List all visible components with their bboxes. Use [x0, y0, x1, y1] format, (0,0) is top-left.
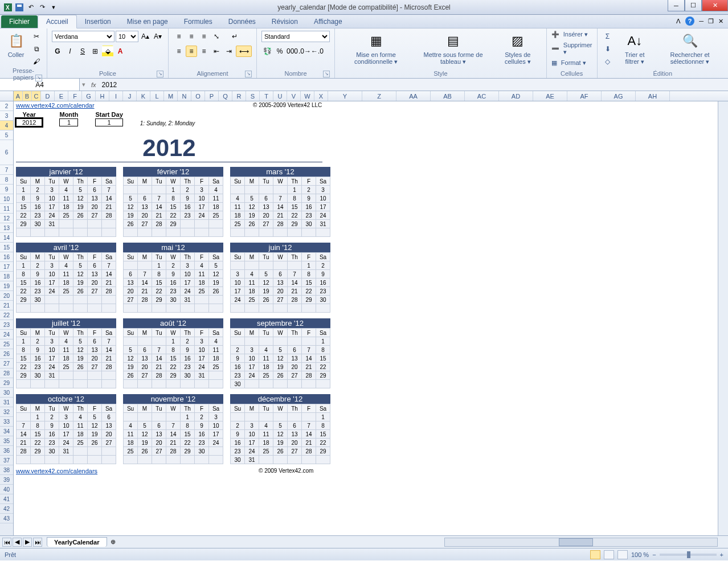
- day-cell[interactable]: 11: [195, 270, 209, 279]
- day-cell[interactable]: 2: [231, 421, 245, 430]
- day-cell[interactable]: 11: [73, 421, 88, 430]
- day-cell[interactable]: [288, 304, 302, 313]
- day-cell[interactable]: 29: [288, 220, 302, 228]
- day-cell[interactable]: 15: [166, 354, 181, 363]
- day-cell[interactable]: 4: [124, 421, 138, 430]
- day-cell[interactable]: 22: [31, 439, 45, 447]
- day-cell[interactable]: [124, 228, 138, 237]
- day-cell[interactable]: 25: [195, 287, 209, 296]
- day-cell[interactable]: 23: [166, 287, 181, 296]
- day-cell[interactable]: [73, 296, 88, 304]
- day-cell[interactable]: [288, 456, 302, 464]
- day-cell[interactable]: 24: [59, 439, 73, 447]
- day-cell[interactable]: [273, 456, 288, 464]
- day-cell[interactable]: [245, 380, 259, 388]
- day-cell[interactable]: 4: [259, 421, 273, 430]
- day-cell[interactable]: [31, 456, 45, 464]
- day-cell[interactable]: 6: [259, 194, 273, 203]
- day-cell[interactable]: [88, 220, 102, 228]
- day-cell[interactable]: 10: [59, 421, 73, 430]
- day-cell[interactable]: 14: [102, 194, 116, 203]
- day-cell[interactable]: 30: [316, 296, 330, 304]
- day-cell[interactable]: 10: [245, 354, 259, 363]
- day-cell[interactable]: 26: [73, 211, 88, 220]
- day-cell[interactable]: [138, 380, 152, 388]
- day-cell[interactable]: 29: [166, 220, 181, 228]
- day-cell[interactable]: 22: [17, 211, 31, 220]
- day-cell[interactable]: 6: [88, 261, 102, 270]
- find-select-button[interactable]: 🔍Rechercher et sélectionner ▾: [656, 31, 723, 66]
- sheet-nav-prev-icon[interactable]: ◀: [13, 538, 22, 547]
- day-cell[interactable]: 28: [152, 220, 166, 228]
- day-cell[interactable]: 30: [302, 220, 316, 228]
- day-cell[interactable]: [231, 413, 245, 421]
- day-cell[interactable]: [59, 371, 73, 380]
- row-header-28[interactable]: 28: [0, 368, 13, 378]
- row-header-8[interactable]: 8: [0, 175, 13, 185]
- maximize-button[interactable]: ☐: [685, 0, 702, 11]
- day-cell[interactable]: 3: [231, 270, 245, 279]
- day-cell[interactable]: 26: [245, 220, 259, 228]
- day-cell[interactable]: 4: [245, 270, 259, 279]
- row-header-4[interactable]: 4: [0, 121, 13, 130]
- day-cell[interactable]: 13: [88, 346, 102, 354]
- day-cell[interactable]: 26: [124, 220, 138, 228]
- day-cell[interactable]: 25: [59, 363, 73, 371]
- day-cell[interactable]: [195, 220, 209, 228]
- day-cell[interactable]: 20: [138, 363, 152, 371]
- day-cell[interactable]: 2: [195, 413, 209, 421]
- copy-button[interactable]: ⧉: [31, 43, 42, 55]
- zoom-out-button[interactable]: −: [652, 551, 656, 558]
- day-cell[interactable]: 14: [17, 430, 31, 439]
- row-header-3[interactable]: 3: [0, 111, 13, 121]
- day-cell[interactable]: [166, 228, 181, 237]
- day-cell[interactable]: 8: [17, 346, 31, 354]
- day-cell[interactable]: [273, 304, 288, 313]
- day-cell[interactable]: 18: [231, 211, 245, 220]
- day-cell[interactable]: 16: [181, 203, 195, 211]
- day-cell[interactable]: 6: [88, 186, 102, 194]
- day-cell[interactable]: 3: [195, 186, 209, 194]
- day-cell[interactable]: [102, 447, 116, 456]
- day-cell[interactable]: 27: [88, 287, 102, 296]
- tab-home[interactable]: Accueil: [38, 15, 77, 28]
- day-cell[interactable]: 13: [138, 354, 152, 363]
- day-cell[interactable]: [152, 456, 166, 464]
- day-cell[interactable]: [102, 304, 116, 313]
- day-cell[interactable]: 31: [45, 371, 59, 380]
- day-cell[interactable]: 23: [302, 211, 316, 220]
- day-cell[interactable]: [245, 413, 259, 421]
- day-cell[interactable]: 20: [273, 287, 288, 296]
- day-cell[interactable]: 10: [245, 430, 259, 439]
- day-cell[interactable]: 3: [209, 413, 223, 421]
- day-cell[interactable]: 16: [181, 354, 195, 363]
- col-header-N[interactable]: N: [178, 91, 191, 101]
- day-cell[interactable]: 9: [231, 354, 245, 363]
- day-cell[interactable]: 25: [245, 296, 259, 304]
- row-header-12[interactable]: 12: [0, 214, 13, 223]
- day-cell[interactable]: 29: [302, 296, 316, 304]
- day-cell[interactable]: [17, 456, 31, 464]
- day-cell[interactable]: 5: [259, 270, 273, 279]
- close-button[interactable]: ✕: [702, 0, 728, 11]
- day-cell[interactable]: [17, 413, 31, 421]
- orientation-button[interactable]: ⤡: [211, 31, 222, 42]
- day-cell[interactable]: [316, 304, 330, 313]
- day-cell[interactable]: 21: [302, 439, 316, 447]
- day-cell[interactable]: 19: [88, 430, 102, 439]
- day-cell[interactable]: [302, 413, 316, 421]
- day-cell[interactable]: 8: [288, 194, 302, 203]
- day-cell[interactable]: [73, 228, 88, 237]
- day-cell[interactable]: 12: [209, 270, 223, 279]
- day-cell[interactable]: [73, 380, 88, 388]
- day-cell[interactable]: 8: [152, 270, 166, 279]
- row-header-15[interactable]: 15: [0, 243, 13, 252]
- day-cell[interactable]: 16: [231, 439, 245, 447]
- day-cell[interactable]: 1: [152, 261, 166, 270]
- day-cell[interactable]: 4: [259, 346, 273, 354]
- day-cell[interactable]: [181, 304, 195, 313]
- day-cell[interactable]: 31: [45, 220, 59, 228]
- day-cell[interactable]: 20: [102, 430, 116, 439]
- day-cell[interactable]: [259, 337, 273, 346]
- day-cell[interactable]: 7: [166, 421, 181, 430]
